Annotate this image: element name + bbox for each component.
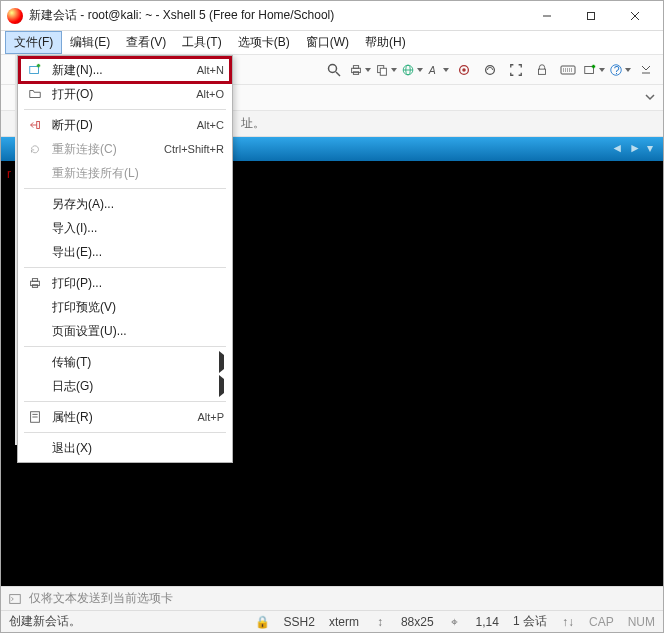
connection-icon: 🔒 [256, 615, 270, 629]
cursor-icon: ⌖ [448, 615, 462, 629]
menu-tools[interactable]: 工具(T) [174, 31, 229, 54]
svg-text:?: ? [614, 63, 620, 75]
app-icon [7, 8, 23, 24]
print-icon [26, 274, 44, 292]
eye-icon[interactable] [479, 59, 501, 81]
file-menu-dropdown: 新建(N)... Alt+N 打开(O) Alt+O 断开(D) Alt+C 重… [17, 55, 233, 463]
tab-menu-icon[interactable]: ▾ [647, 141, 653, 155]
svg-line-5 [336, 72, 340, 76]
print-icon[interactable] [349, 59, 371, 81]
menu-item-log[interactable]: 日志(G) [20, 374, 230, 398]
svg-point-4 [329, 64, 337, 72]
svg-rect-34 [32, 279, 37, 282]
fullscreen-icon[interactable] [505, 59, 527, 81]
command-bar[interactable]: 仅将文本发送到当前选项卡 [1, 586, 663, 610]
menu-tabs[interactable]: 选项卡(B) [230, 31, 298, 54]
tab-nav-arrows[interactable]: ◄ ► ▾ [611, 141, 653, 155]
disconnect-icon [26, 116, 44, 134]
submenu-arrow-icon [219, 355, 224, 369]
folder-open-icon [26, 85, 44, 103]
close-button[interactable] [613, 2, 657, 30]
terminal-icon [7, 591, 23, 607]
maximize-button[interactable] [569, 2, 613, 30]
svg-rect-32 [37, 122, 40, 129]
menu-item-print[interactable]: 打印(P)... [20, 271, 230, 295]
svg-rect-29 [30, 67, 39, 74]
menu-item-reconnect: 重新连接(C) Ctrl+Shift+R [20, 137, 230, 161]
menu-item-properties[interactable]: 属性(R) Alt+P [20, 405, 230, 429]
properties-icon [26, 408, 44, 426]
status-cap: CAP [589, 615, 614, 629]
command-placeholder: 仅将文本发送到当前选项卡 [29, 590, 173, 607]
window-title: 新建会话 - root@kali: ~ - Xshell 5 (Free for… [29, 7, 525, 24]
menu-help[interactable]: 帮助(H) [357, 31, 414, 54]
menu-item-exit[interactable]: 退出(X) [20, 436, 230, 460]
status-term: xterm [329, 615, 359, 629]
svg-rect-7 [353, 65, 358, 68]
svg-rect-28 [10, 594, 21, 603]
chevron-down-icon[interactable] [645, 91, 655, 105]
statusbar: 创建新会话。 🔒 SSH2 xterm ↕ 88x25 ⌖ 1,14 1 会话 … [1, 610, 663, 632]
svg-rect-22 [585, 66, 594, 73]
submenu-arrow-icon [219, 379, 224, 393]
menu-file[interactable]: 文件(F) [5, 31, 62, 54]
tab-prev-icon[interactable]: ◄ [611, 141, 623, 155]
titlebar: 新建会话 - root@kali: ~ - Xshell 5 (Free for… [1, 1, 663, 31]
svg-rect-19 [561, 66, 575, 74]
svg-rect-18 [539, 69, 546, 74]
svg-rect-1 [588, 12, 595, 19]
menu-window[interactable]: 窗口(W) [298, 31, 357, 54]
menu-item-print-preview[interactable]: 打印预览(V) [20, 295, 230, 319]
status-num: NUM [628, 615, 655, 629]
svg-rect-10 [380, 68, 386, 75]
status-rowcols: 88x25 [401, 615, 434, 629]
menu-item-page-setup[interactable]: 页面设置(U)... [20, 319, 230, 343]
globe-icon[interactable] [401, 59, 423, 81]
coffee-icon[interactable] [453, 59, 475, 81]
resize-icon: ↕ [373, 615, 387, 629]
svg-text:A: A [428, 63, 436, 75]
menu-item-saveas[interactable]: 另存为(A)... [20, 192, 230, 216]
signal-icon: ↑↓ [561, 615, 575, 629]
status-pos: 1,14 [476, 615, 499, 629]
app-window: 新建会话 - root@kali: ~ - Xshell 5 (Free for… [0, 0, 664, 633]
menu-item-import[interactable]: 导入(I)... [20, 216, 230, 240]
terminal-prompt: r [7, 167, 11, 181]
reconnect-icon [26, 140, 44, 158]
menu-edit[interactable]: 编辑(E) [62, 31, 118, 54]
menu-view[interactable]: 查看(V) [118, 31, 174, 54]
menu-item-new[interactable]: 新建(N)... Alt+N [20, 58, 230, 82]
menubar: 文件(F) 编辑(E) 查看(V) 工具(T) 选项卡(B) 窗口(W) 帮助(… [1, 31, 663, 55]
menu-item-reconnect-all: 重新连接所有(L) [20, 161, 230, 185]
font-icon[interactable]: A [427, 59, 449, 81]
svg-point-16 [462, 68, 466, 72]
status-ssh: SSH2 [284, 615, 315, 629]
newsession-icon [26, 61, 44, 79]
lock-icon[interactable] [531, 59, 553, 81]
addtab-icon[interactable] [583, 59, 605, 81]
help-icon[interactable]: ? [609, 59, 631, 81]
status-sessions: 1 会话 [513, 613, 547, 630]
toolbar-overflow-icon[interactable] [635, 59, 657, 81]
menu-item-export[interactable]: 导出(E)... [20, 240, 230, 264]
menu-item-transfer[interactable]: 传输(T) [20, 350, 230, 374]
keyboard-icon[interactable] [557, 59, 579, 81]
menu-item-disconnect[interactable]: 断开(D) Alt+C [20, 113, 230, 137]
menu-item-open[interactable]: 打开(O) Alt+O [20, 82, 230, 106]
minimize-button[interactable] [525, 2, 569, 30]
tab-next-icon[interactable]: ► [629, 141, 641, 155]
search-icon[interactable] [323, 59, 345, 81]
copy-icon[interactable] [375, 59, 397, 81]
status-text: 创建新会话。 [9, 613, 81, 630]
